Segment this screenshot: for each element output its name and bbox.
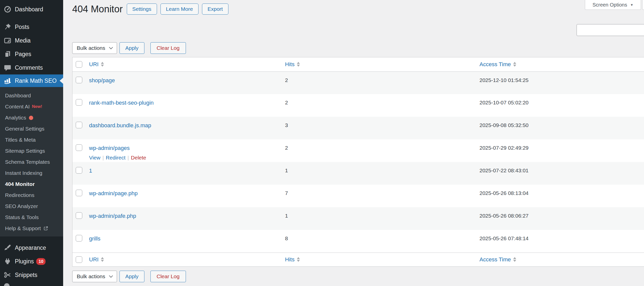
row-checkbox[interactable] (76, 122, 82, 128)
apply-button[interactable]: Apply (119, 42, 144, 54)
sort-hits-header[interactable]: Hits (285, 256, 300, 263)
sort-access-time-header[interactable]: Access Time (479, 61, 516, 68)
sidebar-item-label: Snippets (15, 272, 37, 278)
row-checkbox[interactable] (76, 77, 82, 83)
analytics-notification-dot (29, 116, 33, 120)
sidebar-item-media[interactable]: Media (0, 34, 63, 47)
export-button[interactable]: Export (202, 4, 228, 15)
table-row: grills 8 2025-05-26 07:48:14 (72, 230, 644, 253)
row-checkbox[interactable] (76, 235, 82, 241)
submenu-item-general-settings[interactable]: General Settings (0, 123, 63, 134)
submenu-item-content-ai[interactable]: Content AINew! (0, 101, 63, 112)
submenu-item-dashboard[interactable]: Dashboard (0, 90, 63, 101)
pages-icon (3, 50, 12, 58)
screen-options-button[interactable]: Screen Options ▼ (585, 0, 641, 10)
access-time-value: 2025-09-08 05:32:50 (479, 117, 644, 139)
submenu-item-status-tools[interactable]: Status & Tools (0, 212, 63, 223)
uri-link[interactable]: wp-admin/pages (89, 145, 130, 151)
bottom-toolbar: Bulk actions Apply Clear Log (72, 271, 186, 282)
select-all-checkbox[interactable] (76, 256, 82, 263)
uri-link[interactable]: 1 (89, 168, 92, 174)
row-checkbox[interactable] (76, 190, 82, 196)
apply-button[interactable]: Apply (119, 271, 144, 282)
table-row: dashboard.bundle.js.map 3 2025-09-08 05:… (72, 117, 644, 139)
sort-uri-header[interactable]: URI (89, 256, 104, 263)
sort-uri-header[interactable]: URI (89, 61, 104, 68)
table-row: shop/page 2 2025-12-10 01:54:25 (72, 71, 644, 94)
posts-pin-icon (3, 23, 12, 31)
sidebar-item-pages[interactable]: Pages (0, 47, 63, 61)
new-badge: New! (32, 104, 42, 109)
learn-more-button[interactable]: Learn More (160, 4, 198, 15)
uri-link[interactable]: shop/page (89, 77, 115, 84)
settings-button[interactable]: Settings (127, 4, 157, 15)
chevron-down-icon (109, 274, 113, 278)
sidebar-item-label: Rank Math SEO (15, 77, 57, 84)
sidebar-item-posts[interactable]: Posts (0, 20, 63, 34)
sort-access-time-header[interactable]: Access Time (479, 256, 516, 263)
uri-link[interactable]: dashboard.bundle.js.map (89, 122, 151, 129)
clear-log-button[interactable]: Clear Log (150, 42, 186, 54)
sidebar-item-rank-math-seo[interactable]: Rank Math SEO (0, 74, 63, 87)
access-time-value: 2025-12-10 01:54:25 (479, 71, 644, 94)
media-icon (3, 36, 12, 45)
bulk-actions-select[interactable]: Bulk actions (72, 42, 117, 54)
submenu-item-404-monitor[interactable]: 404 Monitor (0, 179, 63, 190)
sidebar-item-label: Dashboard (15, 6, 43, 13)
sidebar-item-dashboard[interactable]: Dashboard (0, 3, 63, 16)
table-row: 1 1 2025-07-22 08:43:01 (72, 162, 644, 185)
uri-link[interactable]: wp-admin/page.php (89, 190, 138, 196)
delete-action-link[interactable]: Delete (131, 155, 146, 160)
hits-value: 1 (285, 162, 479, 185)
table-row: rank-math-best-seo-plugin 2 2025-10-07 0… (72, 94, 644, 117)
uri-link[interactable]: grills (89, 235, 100, 242)
submenu-item-schema-templates[interactable]: Schema Templates (0, 156, 63, 168)
help-tab-partial[interactable] (642, 0, 644, 10)
sidebar-item-appearance[interactable]: Appearance (0, 241, 63, 255)
submenu-item-seo-analyzer[interactable]: SEO Analyzer (0, 201, 63, 212)
sort-icon (513, 257, 516, 262)
plugins-plug-icon (3, 257, 12, 266)
sidebar-item-comments[interactable]: Comments (0, 61, 63, 74)
row-checkbox[interactable] (76, 167, 82, 174)
row-checkbox[interactable] (76, 99, 82, 106)
submenu-item-analytics[interactable]: Analytics (0, 112, 63, 123)
view-action-link[interactable]: View (89, 155, 100, 160)
action-separator: | (102, 155, 104, 160)
row-checkbox[interactable] (76, 144, 82, 151)
hits-value: 8 (285, 230, 479, 253)
sidebar-item-label: Posts (15, 24, 29, 30)
submenu-item-redirections[interactable]: Redirections (0, 190, 63, 201)
submenu-item-help-support[interactable]: Help & Support (0, 223, 63, 234)
submenu-item-titles-meta[interactable]: Titles & Meta (0, 134, 63, 145)
clear-log-button[interactable]: Clear Log (150, 271, 186, 282)
submenu-item-instant-indexing[interactable]: Instant Indexing (0, 168, 63, 179)
active-item-arrow (60, 78, 63, 84)
sidebar-item-label: Media (15, 37, 31, 44)
rank-math-icon (3, 76, 12, 85)
snippets-scissors-icon (3, 271, 12, 279)
sidebar-item-plugins[interactable]: Plugins 10 (0, 255, 63, 268)
sort-hits-header[interactable]: Hits (285, 61, 300, 68)
chevron-down-icon (109, 45, 113, 49)
404-log-table: URI Hits Access Time shop/page 2 2025-12… (72, 57, 644, 267)
bulk-actions-select[interactable]: Bulk actions (72, 271, 117, 282)
uri-link[interactable]: wp-admin/pafe.php (89, 213, 136, 219)
sidebar-item-snippets[interactable]: Snippets (0, 268, 63, 282)
submenu-item-sitemap-settings[interactable]: Sitemap Settings (0, 145, 63, 156)
hits-value: 2 (285, 139, 479, 162)
search-input[interactable] (577, 24, 644, 36)
row-checkbox[interactable] (76, 212, 82, 219)
sidebar-bottom-group: Appearance Plugins 10 Snippets (0, 241, 63, 282)
dashboard-icon (3, 5, 12, 14)
uri-link[interactable]: rank-math-best-seo-plugin (89, 100, 154, 106)
table-row: wp-admin/page.php 7 2025-05-26 08:13:04 (72, 185, 644, 207)
partial-menu-icon (4, 283, 10, 286)
bulk-actions-label: Bulk actions (77, 273, 105, 279)
access-time-value: 2025-07-29 02:49:29 (479, 139, 644, 162)
redirect-action-link[interactable]: Redirect (106, 155, 126, 160)
hits-value: 1 (285, 207, 479, 230)
external-link-icon (43, 226, 48, 231)
sort-icon (101, 62, 104, 67)
select-all-checkbox[interactable] (76, 61, 82, 68)
